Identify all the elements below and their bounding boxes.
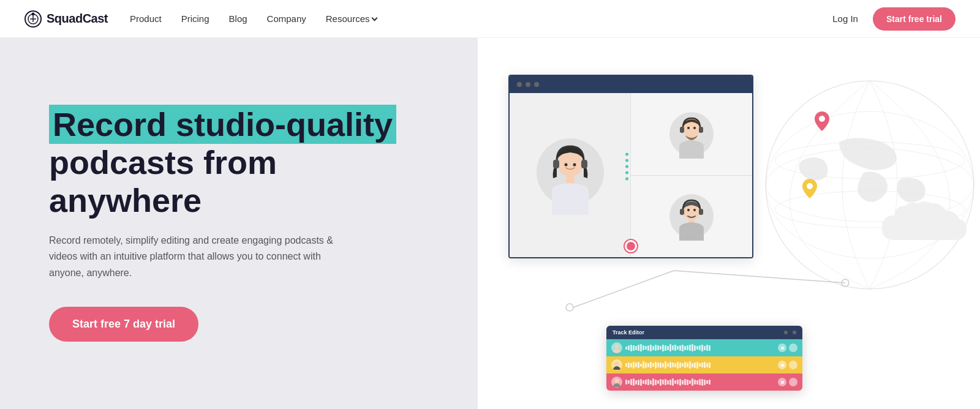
svg-rect-35 — [699, 209, 703, 215]
track-row-teal — [606, 339, 802, 356]
svg-rect-34 — [680, 209, 684, 215]
avatar-male-1 — [667, 110, 716, 159]
track-row-yellow — [606, 356, 802, 373]
nav-company[interactable]: Company — [267, 13, 306, 24]
svg-point-12 — [807, 183, 813, 189]
nav-links: Product Pricing Blog Company Resources — [130, 13, 832, 24]
pin-yellow — [802, 179, 817, 201]
record-indicator — [625, 240, 637, 252]
waveform-yellow — [625, 359, 775, 370]
logo-icon — [24, 10, 42, 28]
track-editor: Track Editor — [606, 326, 802, 391]
logo[interactable]: SquadCast — [24, 10, 108, 28]
nav-blog[interactable]: Blog — [229, 13, 247, 24]
hero-heading-highlight: Record studio-quality — [49, 105, 396, 144]
svg-point-38 — [615, 345, 619, 349]
track-row-pink — [606, 373, 802, 391]
svg-line-14 — [573, 271, 674, 307]
hero-left: Record studio-quality podcasts from anyw… — [0, 38, 478, 409]
waveform-pink — [625, 377, 775, 388]
avatar-female — [533, 135, 607, 215]
waveform-teal — [625, 342, 775, 353]
track-label: Track Editor — [612, 329, 644, 336]
svg-rect-21 — [581, 160, 587, 168]
logo-text: SquadCast — [47, 12, 108, 26]
svg-point-2 — [32, 12, 35, 15]
chevron-down-icon — [372, 15, 378, 21]
participant-main — [510, 93, 631, 257]
hero-heading-line2: podcasts from anywhere — [49, 144, 277, 219]
svg-point-39 — [615, 362, 619, 366]
hero-heading: Record studio-quality podcasts from anyw… — [49, 105, 429, 219]
svg-rect-20 — [553, 160, 559, 168]
mockup-body — [510, 93, 752, 257]
svg-point-30 — [693, 127, 696, 129]
nav-pricing[interactable]: Pricing — [181, 13, 209, 24]
participant-top-right — [631, 93, 752, 176]
svg-rect-19 — [566, 175, 575, 184]
start-trial-button[interactable]: Start free trial — [873, 7, 956, 31]
nav-right: Log In Start free trial — [832, 7, 956, 31]
participant-right-column — [631, 93, 752, 257]
svg-point-29 — [687, 127, 690, 129]
svg-point-22 — [564, 163, 567, 167]
participant-bottom-right — [631, 176, 752, 258]
svg-point-23 — [573, 163, 576, 167]
navbar: SquadCast Product Pricing Blog Company R… — [0, 0, 980, 38]
nav-product[interactable]: Product — [130, 13, 162, 24]
svg-point-37 — [693, 209, 696, 211]
recording-mockup — [508, 75, 753, 258]
svg-line-15 — [674, 271, 845, 283]
hero-cta-button[interactable]: Start free 7 day trial — [49, 307, 198, 342]
svg-point-13 — [566, 304, 573, 311]
hero-section: Record studio-quality podcasts from anyw… — [0, 38, 980, 409]
svg-point-40 — [615, 379, 619, 383]
scroll-dots — [625, 153, 628, 181]
nav-resources[interactable]: Resources — [326, 13, 377, 24]
svg-point-11 — [819, 116, 825, 122]
svg-point-36 — [687, 209, 690, 211]
svg-rect-28 — [699, 127, 703, 133]
pin-pink — [815, 111, 829, 133]
svg-rect-27 — [680, 127, 684, 133]
avatar-male-2 — [667, 192, 716, 241]
hero-right: Track Editor — [478, 38, 980, 409]
track-editor-header: Track Editor — [606, 326, 802, 339]
hero-subtext: Record remotely, simplify editing and cr… — [49, 233, 355, 281]
login-link[interactable]: Log In — [832, 13, 858, 24]
mockup-header — [510, 76, 752, 93]
